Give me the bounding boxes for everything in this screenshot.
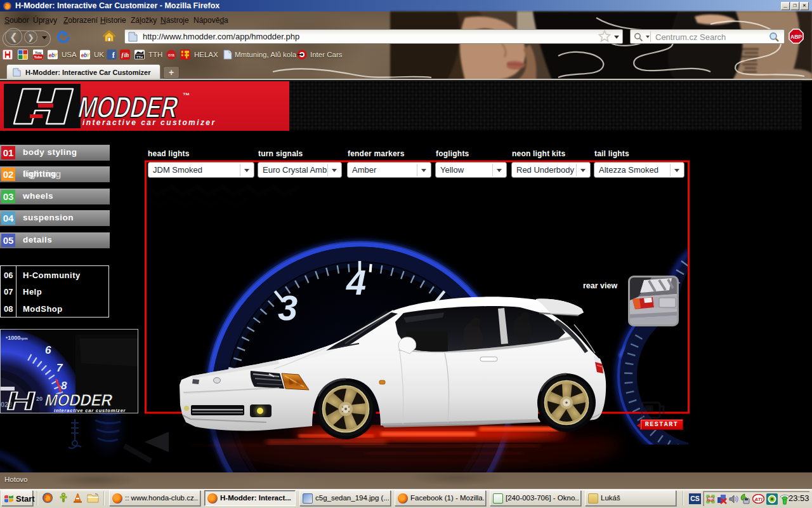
- svg-text:3: 3: [278, 288, 298, 328]
- svg-text:6: 6: [45, 344, 51, 356]
- svg-text:MODDER: MODDER: [43, 391, 115, 410]
- svg-text:interactive car customizer: interactive car customizer: [82, 118, 216, 127]
- svg-text:7: 7: [56, 362, 63, 374]
- svg-text:ABP: ABP: [790, 34, 802, 40]
- svg-text:™: ™: [183, 91, 190, 99]
- svg-text:Y: Y: [86, 52, 90, 58]
- svg-text:era: era: [168, 53, 174, 57]
- svg-text:4: 4: [346, 262, 366, 302]
- svg-text:TTH: TTH: [136, 55, 143, 59]
- svg-text:20: 20: [36, 396, 43, 402]
- svg-text:Tube: Tube: [34, 55, 42, 59]
- svg-text:8: 8: [61, 380, 67, 392]
- svg-text:ƒih: ƒih: [121, 52, 129, 58]
- svg-text:N/A: N/A: [707, 498, 714, 502]
- svg-text:ATI: ATI: [754, 497, 763, 502]
- svg-text:Y: Y: [54, 52, 58, 58]
- svg-text:You: You: [35, 51, 42, 55]
- svg-text:interactive car customizer: interactive car customizer: [54, 408, 126, 413]
